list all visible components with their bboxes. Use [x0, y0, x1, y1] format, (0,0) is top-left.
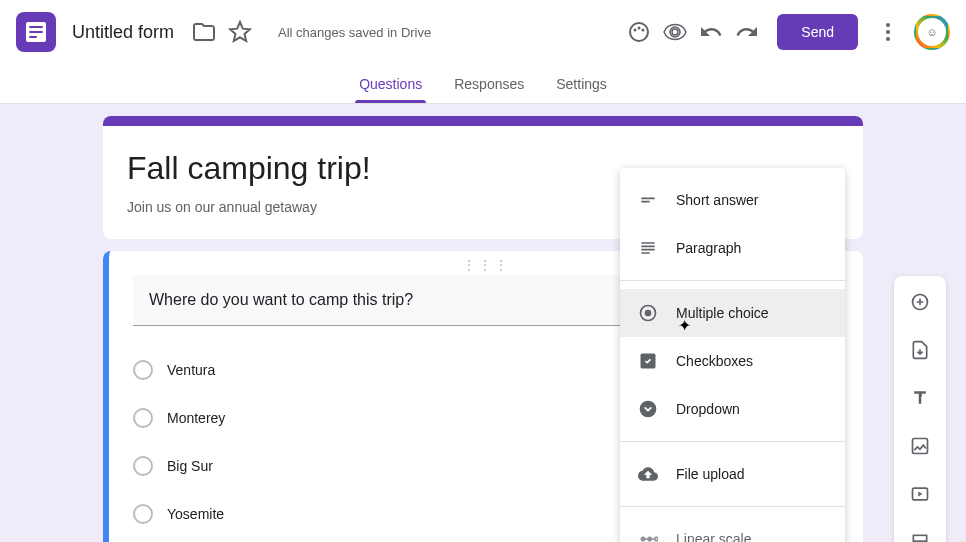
menu-label: Checkboxes — [676, 353, 753, 369]
drag-handle-icon[interactable]: ⋮⋮⋮ — [462, 257, 510, 273]
save-status: All changes saved in Drive — [278, 25, 431, 40]
add-section-button[interactable] — [902, 524, 938, 542]
upload-icon — [636, 462, 660, 486]
header-bar: Untitled form All changes saved in Drive… — [0, 0, 966, 64]
radio-icon — [133, 456, 153, 476]
paragraph-icon — [636, 236, 660, 260]
menu-label: Linear scale — [676, 531, 752, 542]
menu-item-dropdown[interactable]: Dropdown — [620, 385, 845, 433]
forms-logo[interactable] — [16, 12, 56, 52]
svg-rect-12 — [913, 439, 928, 454]
mouse-cursor-icon: ✦ — [678, 316, 691, 335]
svg-point-8 — [645, 310, 652, 317]
side-toolbar — [894, 276, 946, 542]
tabs-bar: Questions Responses Settings — [0, 64, 966, 104]
undo-icon[interactable] — [699, 20, 723, 44]
menu-item-short-answer[interactable]: Short answer — [620, 176, 845, 224]
checkbox-icon — [636, 349, 660, 373]
preview-icon[interactable] — [663, 20, 687, 44]
dropdown-icon — [636, 397, 660, 421]
option-text[interactable]: Yosemite — [167, 506, 224, 522]
radio-icon — [133, 504, 153, 524]
question-type-menu: Short answer Paragraph Multiple choice C… — [620, 168, 845, 542]
star-icon[interactable] — [228, 20, 252, 44]
svg-point-10 — [640, 401, 657, 418]
menu-divider — [620, 441, 845, 442]
option-text[interactable]: Ventura — [167, 362, 215, 378]
add-question-button[interactable] — [902, 284, 938, 320]
folder-icon[interactable] — [192, 20, 216, 44]
redo-icon[interactable] — [735, 20, 759, 44]
add-image-button[interactable] — [902, 428, 938, 464]
add-title-button[interactable] — [902, 380, 938, 416]
svg-rect-14 — [913, 535, 926, 541]
menu-item-linear-scale[interactable]: Linear scale — [620, 515, 845, 542]
svg-point-2 — [638, 27, 641, 30]
radio-icon — [133, 360, 153, 380]
tab-responses[interactable]: Responses — [438, 64, 540, 103]
option-text[interactable]: Monterey — [167, 410, 225, 426]
svg-point-5 — [886, 30, 890, 34]
svg-point-0 — [630, 23, 648, 41]
menu-label: File upload — [676, 466, 745, 482]
linear-scale-icon — [636, 527, 660, 542]
radio-icon — [133, 408, 153, 428]
send-button[interactable]: Send — [777, 14, 858, 50]
add-video-button[interactable] — [902, 476, 938, 512]
svg-point-4 — [886, 23, 890, 27]
more-icon[interactable] — [876, 20, 900, 44]
svg-point-3 — [642, 29, 645, 32]
menu-item-checkboxes[interactable]: Checkboxes — [620, 337, 845, 385]
tab-settings[interactable]: Settings — [540, 64, 623, 103]
svg-point-1 — [634, 29, 637, 32]
menu-divider — [620, 280, 845, 281]
import-questions-button[interactable] — [902, 332, 938, 368]
account-avatar[interactable]: ☺ — [914, 14, 950, 50]
svg-point-6 — [886, 37, 890, 41]
theme-icon[interactable] — [627, 20, 651, 44]
menu-divider — [620, 506, 845, 507]
menu-label: Paragraph — [676, 240, 741, 256]
radio-icon — [636, 301, 660, 325]
document-title[interactable]: Untitled form — [72, 22, 174, 43]
menu-item-multiple-choice[interactable]: Multiple choice — [620, 289, 845, 337]
menu-label: Dropdown — [676, 401, 740, 417]
menu-item-paragraph[interactable]: Paragraph — [620, 224, 845, 272]
short-answer-icon — [636, 188, 660, 212]
menu-label: Short answer — [676, 192, 758, 208]
menu-item-file-upload[interactable]: File upload — [620, 450, 845, 498]
tab-questions[interactable]: Questions — [343, 64, 438, 103]
option-text[interactable]: Big Sur — [167, 458, 213, 474]
